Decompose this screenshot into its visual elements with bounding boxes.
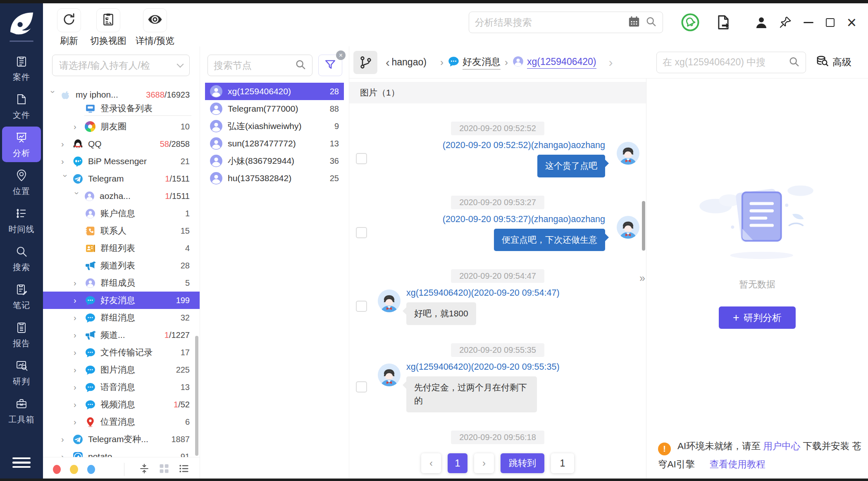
tree-item[interactable]: ›群组成员5	[43, 274, 200, 292]
page-jump-input-box[interactable]	[551, 453, 574, 473]
chevron-right-icon[interactable]: ›	[61, 435, 72, 444]
sidebar-item-case[interactable]: 案件	[2, 50, 41, 86]
tree-item[interactable]: ›文件传输记录17	[43, 344, 200, 361]
tree-item[interactable]: ›BiP Messenger21	[43, 153, 200, 170]
tree-item[interactable]: 账户信息1	[43, 205, 200, 222]
filter-button[interactable]: ×	[318, 55, 342, 76]
switch-view-button[interactable]: 切换视图	[90, 8, 126, 47]
filter-clear-badge[interactable]: ×	[336, 50, 346, 60]
sidebar-item-toolbox[interactable]: 工具箱	[2, 393, 41, 428]
detail-preview-button[interactable]: 详情/预览	[136, 8, 174, 47]
sidebar-item-files[interactable]: 文件	[2, 89, 41, 124]
chevron-down-icon[interactable]: ›	[72, 191, 82, 203]
page-next-button[interactable]: ›	[474, 453, 494, 473]
tree-item[interactable]: ›位置消息6	[43, 413, 200, 431]
sidebar-item-timeline[interactable]: 时间线	[2, 203, 41, 238]
chevron-right-icon[interactable]: ›	[74, 330, 85, 340]
sidebar-item-analysis[interactable]: 分析	[2, 127, 41, 162]
user-center-link[interactable]: 用户中心	[763, 441, 801, 451]
node-list-item[interactable]: hu(1375382842)25	[205, 170, 344, 187]
message-checkbox[interactable]	[356, 301, 367, 312]
message-row[interactable]: (2020-09-20 09:52:52)(zhangao)aozhang这个贵…	[349, 140, 646, 177]
chevron-right-icon[interactable]: ›	[61, 452, 72, 457]
chevron-right-icon[interactable]: ›	[61, 157, 72, 166]
tree-item[interactable]: ›my iphon...3688/16923	[43, 86, 200, 103]
in-node-search-box[interactable]	[656, 52, 806, 73]
node-list-item[interactable]: 弘连(xiashiweiwhy)9	[205, 117, 344, 135]
calendar-icon[interactable]	[628, 15, 640, 29]
tree-item[interactable]: ›Telegram变种...1887	[43, 431, 200, 448]
minimize-icon[interactable]	[804, 22, 813, 23]
tree-item[interactable]: ›朋友圈10	[43, 118, 200, 135]
tree-item-clipped[interactable]: 登录设备列表	[43, 103, 200, 112]
chevron-right-icon[interactable]: ›	[74, 400, 85, 409]
tree-item[interactable]: ›Telegram1/1511	[43, 170, 200, 187]
tree-item[interactable]: ›potato91	[43, 448, 200, 457]
node-list-item[interactable]: Telegram(777000)88	[205, 100, 344, 117]
chevron-down-icon[interactable]: ›	[61, 174, 70, 185]
page-prev-button[interactable]: ‹	[421, 453, 441, 473]
search-icon[interactable]	[645, 16, 657, 29]
breadcrumb-scroll-right-icon[interactable]: ›	[609, 55, 613, 69]
tree-item[interactable]: 频道列表28	[43, 257, 200, 274]
message-bubble[interactable]: 好吧，就1800	[406, 302, 476, 325]
chevron-down-icon[interactable]: ›	[48, 90, 58, 101]
chat-scrollbar[interactable]	[642, 201, 645, 251]
in-node-search-input[interactable]	[663, 57, 788, 68]
page-number-button[interactable]: 1	[448, 453, 467, 473]
export-icon[interactable]	[715, 14, 732, 31]
chevron-right-icon[interactable]: ›	[74, 383, 85, 392]
owner-select-dropdown[interactable]	[52, 55, 190, 76]
yellow-dot-filter[interactable]	[70, 465, 78, 474]
collapse-expand-all-icon[interactable]	[138, 463, 150, 476]
tree-item[interactable]: ›频道...1/1227	[43, 326, 200, 344]
menu-hamburger-icon[interactable]	[12, 455, 31, 471]
global-search-box[interactable]	[469, 12, 663, 33]
message-row[interactable]: xg(1259406420)(2020-09-20 09:55:35)先付定金，…	[349, 362, 646, 412]
search-icon[interactable]	[295, 59, 306, 72]
node-list-item[interactable]: sun(1287477772)13	[205, 135, 344, 152]
chevron-right-icon[interactable]: ›	[74, 365, 85, 375]
pin-icon[interactable]	[779, 16, 792, 29]
sidebar-item-notes[interactable]: 笔记	[2, 279, 41, 314]
sidebar-item-report[interactable]: 报告	[2, 317, 41, 352]
node-list-item[interactable]: 小妹(836792944)36	[205, 152, 344, 170]
panel-collapse-icon[interactable]: »	[639, 272, 645, 284]
node-search-box[interactable]	[207, 55, 312, 76]
red-dot-filter[interactable]	[53, 465, 61, 474]
message-bubble[interactable]: 这个贵了点吧	[537, 155, 605, 177]
chevron-right-icon[interactable]: ›	[61, 139, 72, 149]
message-checkbox[interactable]	[356, 227, 367, 238]
breadcrumb-item-owner[interactable]: zhangao)	[392, 57, 436, 68]
message-row[interactable]: (2020-09-20 09:53:27)(zhangao)aozhang便宜点…	[349, 214, 646, 251]
page-jump-button[interactable]: 跳转到	[501, 453, 544, 473]
chevron-right-icon[interactable]: ›	[74, 278, 85, 288]
analyze-button[interactable]: + 研判分析	[719, 306, 796, 329]
search-icon[interactable]	[788, 56, 800, 69]
sidebar-item-judge[interactable]: 研判	[2, 355, 41, 390]
breadcrumb-item-friend-messages[interactable]: 好友消息	[448, 55, 501, 69]
tree-item[interactable]: ›语音消息13	[43, 378, 200, 396]
tree-item[interactable]: ›视频消息1/52	[43, 396, 200, 413]
tree-item[interactable]: ›QQ58/2858	[43, 135, 200, 153]
maximize-icon[interactable]	[826, 18, 835, 27]
global-search-input[interactable]	[475, 17, 623, 28]
chevron-right-icon[interactable]: ›	[74, 417, 85, 427]
message-list[interactable]: 2020-09-20 09:52:52(2020-09-20 09:52:52)…	[349, 103, 646, 481]
breadcrumb-item-node[interactable]: xg(1259406420)	[512, 55, 596, 69]
blue-dot-filter[interactable]	[87, 465, 95, 474]
notification-bell-icon[interactable]	[680, 12, 700, 32]
node-search-input[interactable]	[214, 60, 295, 71]
relation-graph-button[interactable]	[353, 51, 377, 74]
tree-item[interactable]: ›图片消息225	[43, 361, 200, 378]
tree-item[interactable]: 联系人15	[43, 222, 200, 239]
tree-scrollbar[interactable]	[195, 336, 198, 456]
chevron-right-icon[interactable]: ›	[74, 313, 85, 323]
sidebar-item-search[interactable]: 搜索	[2, 241, 41, 276]
message-bubble[interactable]: 便宜点吧，下次还做生意	[494, 229, 605, 251]
tutorial-link[interactable]: 查看使用教程	[710, 459, 765, 469]
tree-item[interactable]: 群组列表4	[43, 239, 200, 257]
chevron-right-icon[interactable]: ›	[74, 348, 85, 357]
chevron-right-icon[interactable]: ›	[74, 122, 85, 132]
list-view-icon[interactable]	[178, 463, 190, 476]
